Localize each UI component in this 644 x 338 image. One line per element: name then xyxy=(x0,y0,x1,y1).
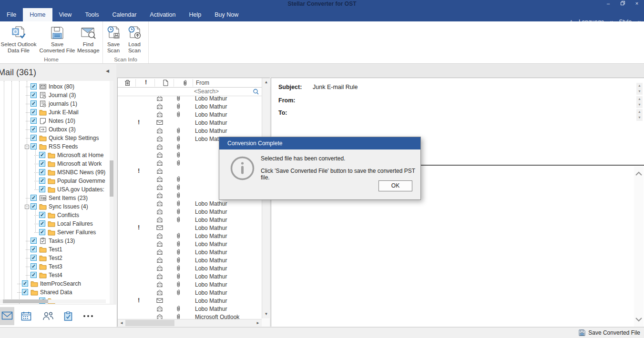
delete-column-icon[interactable] xyxy=(124,80,131,88)
folder-checkbox[interactable]: ✓ xyxy=(31,272,37,278)
folder-tree-item-rss-feeds[interactable]: −✓RSS Feeds xyxy=(0,142,110,151)
folder-tree-item-usa-gov-updates[interactable]: ✓USA.gov Updates: xyxy=(0,185,110,194)
scroll-right-icon[interactable]: ► xyxy=(254,319,262,327)
scroll-up-icon[interactable] xyxy=(635,171,643,176)
folder-checkbox[interactable]: ✓ xyxy=(31,126,37,132)
nav-calendar-button[interactable] xyxy=(19,307,33,325)
folder-checkbox[interactable]: ✓ xyxy=(31,92,37,98)
from-column-header[interactable]: From xyxy=(196,80,209,86)
scroll-left-icon[interactable]: ◄ xyxy=(118,319,125,327)
message-row[interactable]: Lobo Mathur xyxy=(118,288,262,297)
minimize-button[interactable]: – xyxy=(601,0,615,7)
folder-tree-item-journal-3[interactable]: ✓Journal (3) xyxy=(0,91,110,99)
tab-home[interactable]: Home xyxy=(23,8,52,21)
folder-checkbox[interactable]: ✓ xyxy=(39,160,45,167)
list-horizontal-scrollbar[interactable]: ◄ ► xyxy=(118,319,262,327)
column-divider[interactable] xyxy=(174,79,174,87)
folder-checkbox[interactable]: ✓ xyxy=(39,169,45,175)
nav-mail-button[interactable] xyxy=(0,307,14,325)
scroll-thumb[interactable] xyxy=(110,160,113,197)
tab-buy-now[interactable]: Buy Now xyxy=(208,8,245,21)
tab-activation[interactable]: Activation xyxy=(143,8,182,21)
folder-checkbox[interactable]: ✓ xyxy=(22,280,28,287)
folder-tree-item-server-failures[interactable]: ✓Server Failures xyxy=(0,228,110,237)
folder-checkbox[interactable]: ✓ xyxy=(39,186,45,192)
message-row[interactable]: Lobo Mathur xyxy=(118,208,262,216)
to-field-spinner[interactable]: ▲▼ xyxy=(636,109,643,121)
attachment-column-icon[interactable] xyxy=(183,80,187,88)
message-row[interactable]: Lobo Mathur xyxy=(118,248,262,256)
message-row[interactable]: Lobo Mathur xyxy=(118,96,262,102)
spin-up-icon[interactable]: ▲ xyxy=(636,109,643,115)
search-input[interactable] xyxy=(194,88,249,95)
folder-tree-item-local-failures[interactable]: ✓Local Failures xyxy=(0,219,110,228)
folder-tree-item-journals-1[interactable]: ✓journals (1) xyxy=(0,99,110,108)
maximize-button[interactable] xyxy=(615,0,630,7)
folder-tree-item-test3[interactable]: ✓Test3 xyxy=(0,262,110,271)
folder-checkbox[interactable]: ✓ xyxy=(31,109,37,115)
scroll-up-icon[interactable]: ▲ xyxy=(262,78,270,87)
folder-checkbox[interactable]: ✓ xyxy=(31,246,37,252)
column-divider[interactable] xyxy=(154,79,155,87)
from-field-spinner[interactable]: ▲▼ xyxy=(636,96,643,108)
folder-tree-item-notes-10[interactable]: ✓Notes (10) xyxy=(0,117,110,125)
folder-checkbox[interactable]: ✓ xyxy=(31,143,37,149)
folder-checkbox[interactable]: ✓ xyxy=(31,255,37,261)
spin-down-icon[interactable]: ▼ xyxy=(636,102,643,108)
message-row[interactable]: Lobo Mathur xyxy=(118,199,262,208)
message-row[interactable]: Lobo Mathur xyxy=(118,232,262,240)
item-type-column-icon[interactable] xyxy=(163,80,168,88)
folder-checkbox[interactable]: ✓ xyxy=(31,118,37,124)
message-row[interactable]: Lobo Mathur xyxy=(118,305,262,313)
folder-tree-item-tasks-13[interactable]: ✓Tasks (13) xyxy=(0,237,110,245)
message-row[interactable]: Lobo Mathur xyxy=(118,216,262,224)
folder-tree-item-test1[interactable]: ✓Test1 xyxy=(0,245,110,254)
column-divider[interactable] xyxy=(135,79,136,87)
dialog-titlebar[interactable]: Conversion Complete xyxy=(219,137,420,149)
tab-help[interactable]: Help xyxy=(183,8,208,21)
message-row[interactable]: Microsoft Outlook xyxy=(118,313,262,319)
importance-column-icon[interactable]: ! xyxy=(145,79,147,86)
save-converted-file-button[interactable]: SaveConverted File xyxy=(37,23,77,57)
find-message-button[interactable]: FindMessage xyxy=(77,23,99,57)
message-row[interactable]: Lobo Mathur xyxy=(118,280,262,288)
folder-tree-item-outbox-3[interactable]: ✓Outbox (3) xyxy=(0,125,110,134)
tree-horizontal-scrollbar[interactable] xyxy=(0,299,106,303)
body-scrollbar[interactable] xyxy=(634,167,644,327)
nav-tasks-button[interactable] xyxy=(61,307,75,325)
column-divider[interactable] xyxy=(193,79,193,87)
folder-tree-item-test2[interactable]: ✓Test2 xyxy=(0,254,110,262)
folder-tree-item-sent-items-23[interactable]: ✓Sent Items (23) xyxy=(0,194,110,202)
folder-tree-item-microsoft-at-work[interactable]: ✓Microsoft at Work xyxy=(0,159,110,168)
message-row[interactable]: Lobo Mathur xyxy=(118,127,262,135)
message-row[interactable]: Lobo Mathur xyxy=(118,102,262,110)
tab-view[interactable]: View xyxy=(52,8,79,21)
select-outlook-data-file-button[interactable]: Select OutlookData File xyxy=(0,23,37,57)
folder-tree-item-sync-issues-4[interactable]: −✓Sync Issues (4) xyxy=(0,202,110,211)
folder-tree-item-conflicts[interactable]: ✓Conflicts xyxy=(0,211,110,219)
folder-tree-item-shared-data[interactable]: ✓Shared Data xyxy=(0,288,110,297)
spin-up-icon[interactable]: ▲ xyxy=(636,96,643,102)
message-row[interactable]: !Lobo Mathur xyxy=(118,119,262,127)
folder-checkbox[interactable]: ✓ xyxy=(31,263,37,269)
save-scan-button[interactable]: SaveScan xyxy=(103,23,124,57)
tab-calendar[interactable]: Calendar xyxy=(106,8,143,21)
spin-down-icon[interactable]: ▼ xyxy=(636,115,643,120)
folder-tree-item-inbox-80[interactable]: ✓Inbox (80) xyxy=(0,82,110,91)
scroll-down-icon[interactable]: ▼ xyxy=(262,310,270,318)
message-row[interactable]: !Lobo Mathur xyxy=(118,297,262,305)
tab-tools[interactable]: Tools xyxy=(78,8,105,21)
folder-checkbox[interactable]: ✓ xyxy=(31,100,37,107)
folder-tree-item-quick-step-settings[interactable]: ✓Quick Step Settings xyxy=(0,134,110,142)
message-row[interactable]: Lobo Mathur xyxy=(118,110,262,119)
pane-collapse-icon[interactable]: ◀ xyxy=(106,69,109,73)
message-row[interactable]: Lobo Mathur xyxy=(118,240,262,248)
folder-checkbox[interactable]: ✓ xyxy=(31,195,37,201)
folder-tree-item-popular-governme[interactable]: ✓Popular Governme xyxy=(0,177,110,185)
folder-checkbox[interactable]: ✓ xyxy=(39,152,45,158)
folder-checkbox[interactable]: ✓ xyxy=(39,178,45,184)
folder-tree-item-test4[interactable]: ✓Test4 xyxy=(0,271,110,279)
spin-up-icon[interactable]: ▲ xyxy=(636,83,643,89)
close-button[interactable]: × xyxy=(630,0,644,7)
folder-tree-item-microsoft-at-home[interactable]: ✓Microsoft at Home xyxy=(0,151,110,159)
